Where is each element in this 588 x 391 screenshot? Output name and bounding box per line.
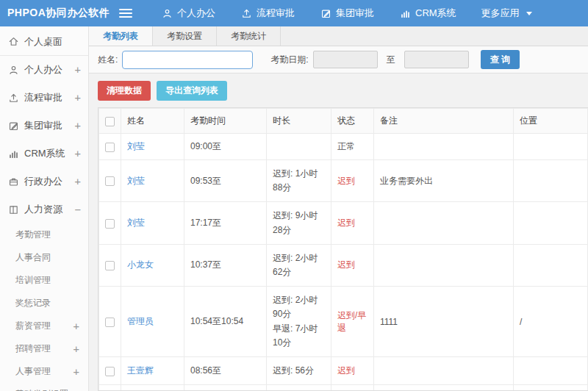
sidebar-subitem-label: 培训管理 <box>15 274 51 287</box>
tab-active[interactable]: 考勤列表 <box>89 26 153 46</box>
sidebar-subitem-label: 基础类别设置 <box>15 388 68 391</box>
edit-icon <box>7 120 19 132</box>
table-body: 刘莹09:00至正常刘莹09:53至迟到: 1小时88分迟到业务需要外出刘莹17… <box>99 134 588 391</box>
menu-icon[interactable] <box>119 9 132 18</box>
table-row: 管理员10:54至10:54迟到: 2小时90分 早退: 7小时10分迟到/早退… <box>99 287 588 357</box>
sidebar-item[interactable]: 集团审批+ <box>0 112 88 140</box>
sidebar-subitem-label: 人事管理 <box>15 365 51 378</box>
home-icon <box>7 36 19 48</box>
column-header: 时长 <box>267 109 331 134</box>
main-content: 考勤列表考勤设置考勤统计 姓名: 考勤日期: 至 查 询 清理数据 导出查询列表… <box>89 26 588 391</box>
sidebar-item[interactable]: 行政办公+ <box>0 168 88 196</box>
topbar-nav: 个人办公流程审批集团审批CRM系统更多应用 <box>148 0 545 26</box>
name-input[interactable] <box>122 51 253 69</box>
sidebar-item[interactable]: 个人桌面 <box>0 28 88 56</box>
column-header: 备注 <box>374 109 514 134</box>
sidebar-item[interactable]: CRM系统+ <box>0 140 88 168</box>
column-header: 位置 <box>514 109 588 134</box>
topbar-nav-label: CRM系统 <box>415 7 456 20</box>
topbar-nav-item[interactable]: 个人办公 <box>148 0 228 26</box>
expand-toggle-icon[interactable]: + <box>75 176 81 187</box>
row-checkbox[interactable] <box>105 318 115 327</box>
export-list-button[interactable]: 导出查询列表 <box>157 81 227 101</box>
sidebar-subitem-label: 人事合同 <box>15 251 51 264</box>
clear-data-button[interactable]: 清理数据 <box>98 81 151 101</box>
employee-name-link[interactable]: 刘莹 <box>127 176 145 186</box>
sidebar-subitem[interactable]: 奖惩记录 <box>0 292 88 315</box>
row-checkbox[interactable] <box>105 219 115 229</box>
topbar-nav-item[interactable]: 集团审批 <box>307 0 387 26</box>
duration-cell: 迟到: 2小时90分 早退: 7小时10分 <box>267 287 331 357</box>
sidebar-subitem-label: 招聘管理 <box>15 342 51 355</box>
time-cell: 09:53至 <box>184 160 267 202</box>
sidebar-item-label: 个人桌面 <box>24 35 81 49</box>
tab-inactive[interactable]: 考勤设置 <box>153 26 217 46</box>
sidebar-item[interactable]: 人力资源− <box>0 196 88 223</box>
sidebar-item[interactable]: 流程审批+ <box>0 84 88 112</box>
name-cell: 刘莹 <box>121 134 184 160</box>
row-checkbox[interactable] <box>105 367 115 376</box>
sidebar-item-label: 流程审批 <box>24 91 75 104</box>
expand-toggle-icon[interactable]: + <box>74 366 79 378</box>
topbar-nav-item[interactable]: 流程审批 <box>228 0 307 26</box>
table-row: 刘莹09:53至迟到: 1小时88分迟到业务需要外出 <box>99 160 588 202</box>
search-button[interactable]: 查 询 <box>481 50 520 69</box>
expand-toggle-icon[interactable]: + <box>75 120 81 132</box>
select-all-checkbox[interactable] <box>105 117 115 126</box>
employee-name-link[interactable]: 王壹辉 <box>127 365 154 376</box>
date-from-input[interactable] <box>313 51 378 68</box>
name-cell: 王壹辉 <box>121 356 184 384</box>
expand-toggle-icon[interactable]: + <box>74 320 79 332</box>
edit-icon <box>320 7 331 19</box>
employee-name-link[interactable]: 管理员 <box>127 316 154 326</box>
expand-toggle-icon[interactable]: + <box>75 148 81 159</box>
sidebar-item-label: 集团审批 <box>24 119 75 132</box>
row-checkbox[interactable] <box>105 143 115 152</box>
sidebar-subitem[interactable]: 人事管理+ <box>0 360 88 383</box>
status-cell: 迟到 <box>331 160 374 202</box>
employee-name-link[interactable]: 刘莹 <box>127 141 145 151</box>
sidebar-subitem-label: 薪资管理 <box>15 320 51 332</box>
expand-toggle-icon[interactable]: + <box>74 389 79 391</box>
sidebar-item-label: CRM系统 <box>24 147 75 160</box>
app-logo: PHPOA协同办公软件 <box>0 7 110 20</box>
note-cell: 业务需要外出 <box>374 160 514 202</box>
topbar-nav-item[interactable]: 更多应用 <box>469 0 545 26</box>
sidebar-item-label: 人力资源 <box>24 203 75 216</box>
note-cell <box>374 202 514 244</box>
expand-toggle-icon[interactable]: + <box>74 343 79 355</box>
sidebar-subitem[interactable]: 考勤管理 <box>0 223 88 246</box>
expand-toggle-icon[interactable]: + <box>75 92 81 104</box>
sidebar-subitem-label: 考勤管理 <box>15 229 51 241</box>
employee-name-link[interactable]: 小龙女 <box>127 259 154 270</box>
time-cell: 10:37至 <box>184 244 267 286</box>
status-cell: 迟到/早退 <box>331 385 374 391</box>
name-cell: 黄蓉 <box>121 385 184 391</box>
employee-name-link[interactable]: 刘莹 <box>127 218 145 228</box>
duration-cell: 迟到: 9小时28分 <box>267 202 331 244</box>
sidebar-sublist: 考勤管理人事合同培训管理奖惩记录薪资管理+招聘管理+人事管理+基础类别设置+ <box>0 223 88 391</box>
expand-toggle-icon[interactable]: − <box>75 204 81 215</box>
sidebar-subitem[interactable]: 招聘管理+ <box>0 337 88 360</box>
duration-cell: 迟到: 56分 <box>267 356 331 384</box>
topbar: PHPOA协同办公软件 个人办公流程审批集团审批CRM系统更多应用 <box>0 0 588 26</box>
row-checkbox[interactable] <box>105 261 115 270</box>
sidebar-subitem[interactable]: 人事合同 <box>0 246 88 269</box>
sidebar-subitem[interactable]: 培训管理 <box>0 269 88 292</box>
date-to-input[interactable] <box>404 51 469 68</box>
search-bar: 姓名: 考勤日期: 至 查 询 <box>89 46 588 73</box>
row-checkbox[interactable] <box>105 176 115 186</box>
sidebar-item[interactable]: 个人办公+ <box>0 56 88 84</box>
sidebar-subitem[interactable]: 薪资管理+ <box>0 315 88 337</box>
note-cell <box>374 134 514 160</box>
attendance-table-wrap: 姓名考勤时间时长状态备注位置 刘莹09:00至正常刘莹09:53至迟到: 1小时… <box>98 107 588 391</box>
table-row: 刘莹17:17至迟到: 9小时28分迟到 <box>99 202 588 244</box>
time-cell: 09:00至 <box>184 134 267 160</box>
tab-inactive[interactable]: 考勤统计 <box>217 26 281 46</box>
sidebar-subitem[interactable]: 基础类别设置+ <box>0 383 88 391</box>
expand-toggle-icon[interactable]: + <box>75 64 81 76</box>
chevron-down-icon <box>526 12 532 15</box>
workflow-icon <box>240 7 252 19</box>
topbar-nav-item[interactable]: CRM系统 <box>387 0 469 26</box>
time-cell: 13:20至13:20 <box>184 385 267 391</box>
